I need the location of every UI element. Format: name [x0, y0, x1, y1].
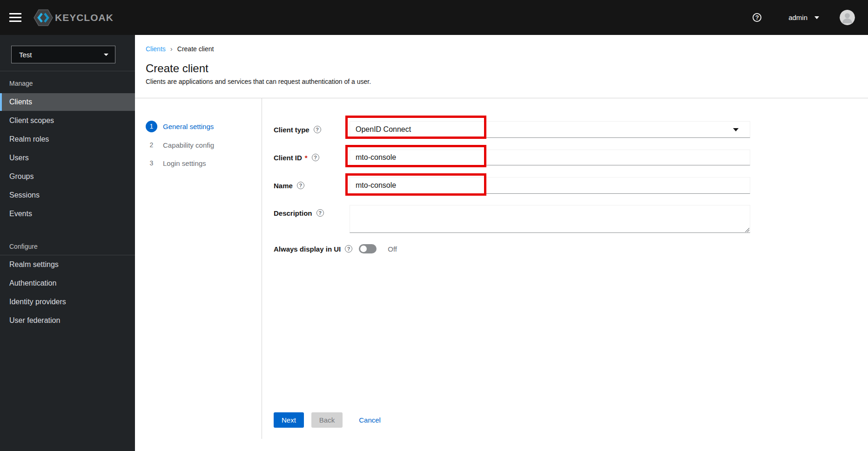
- description-label: Description: [274, 209, 312, 217]
- header-divider: [135, 98, 868, 98]
- realm-selector[interactable]: Test: [11, 46, 115, 63]
- toggle-state-label: Off: [388, 245, 397, 253]
- wizard-step-number: 1: [146, 121, 157, 132]
- chevron-down-icon: [104, 54, 108, 56]
- keycloak-hexagon-icon: [34, 9, 53, 27]
- sidebar-item-realm-settings[interactable]: Realm settings: [0, 256, 135, 273]
- page-subtitle: Clients are applications and services th…: [146, 78, 371, 85]
- wizard-vertical-divider: [262, 98, 262, 439]
- always-display-label: Always display in UI: [274, 245, 341, 253]
- sidebar-divider: [0, 255, 135, 255]
- sidebar-item-realm-roles[interactable]: Realm roles: [0, 130, 135, 148]
- wizard-step-label[interactable]: General settings: [163, 123, 214, 130]
- keycloak-logo: KEYCLOAK: [34, 9, 114, 27]
- always-display-row: Always display in UI ? Off: [274, 244, 397, 253]
- page-title: Create client: [146, 62, 209, 75]
- question-circle-icon[interactable]: ?: [312, 154, 319, 161]
- wizard-step-number: 3: [146, 157, 157, 169]
- back-button[interactable]: Back: [311, 412, 343, 428]
- client-type-value: OpenID Connect: [356, 125, 411, 134]
- resize-handle[interactable]: [745, 227, 749, 232]
- name-input[interactable]: [350, 177, 750, 194]
- breadcrumb-current: Create client: [177, 45, 214, 53]
- sidebar-item-clients[interactable]: Clients: [0, 93, 135, 111]
- help-icon[interactable]: ?: [753, 13, 761, 22]
- sidebar-item-users[interactable]: Users: [0, 149, 135, 167]
- avatar[interactable]: [840, 10, 855, 25]
- question-circle-icon[interactable]: ?: [316, 209, 324, 217]
- description-label-row: Description ?: [274, 208, 324, 218]
- client-type-select[interactable]: OpenID Connect: [350, 121, 750, 138]
- nav-section-configure: Configure: [9, 242, 38, 251]
- sidebar: Test Manage Clients Client scopes Realm …: [0, 35, 135, 451]
- hamburger-menu-icon[interactable]: [9, 11, 21, 24]
- wizard-step-label[interactable]: Login settings: [163, 159, 206, 167]
- wizard-step-general-settings[interactable]: 1 General settings: [146, 121, 214, 132]
- client-id-input[interactable]: [350, 150, 750, 165]
- breadcrumb-separator-icon: ›: [170, 45, 173, 53]
- masthead: KEYCLOAK ? admin: [0, 0, 868, 35]
- cancel-button[interactable]: Cancel: [359, 416, 381, 424]
- user-menu[interactable]: admin: [788, 14, 819, 21]
- breadcrumb-link-clients[interactable]: Clients: [146, 45, 166, 53]
- sidebar-item-user-federation[interactable]: User federation: [0, 312, 135, 329]
- sidebar-item-groups[interactable]: Groups: [0, 168, 135, 185]
- username-label: admin: [788, 14, 807, 21]
- description-textarea[interactable]: [350, 205, 750, 233]
- sidebar-item-events[interactable]: Events: [0, 205, 135, 223]
- client-type-label: Client type: [274, 126, 310, 134]
- breadcrumb: Clients › Create client: [146, 45, 214, 53]
- wizard-step-number: 2: [146, 139, 157, 151]
- realm-name: Test: [19, 51, 32, 59]
- sidebar-item-sessions[interactable]: Sessions: [0, 186, 135, 204]
- sidebar-item-client-scopes[interactable]: Client scopes: [0, 112, 135, 130]
- wizard-footer: Next Back Cancel: [274, 412, 381, 428]
- client-type-label-row: Client type ?: [274, 125, 321, 134]
- wizard-step-login-settings[interactable]: 3 Login settings: [146, 157, 206, 169]
- wizard-step-capability-config[interactable]: 2 Capability config: [146, 139, 214, 151]
- question-circle-icon[interactable]: ?: [314, 126, 321, 133]
- wizard-step-label[interactable]: Capability config: [163, 141, 214, 149]
- chevron-down-icon: [733, 128, 739, 131]
- sidebar-divider: [0, 71, 135, 71]
- chevron-down-icon: [814, 16, 819, 19]
- always-display-toggle[interactable]: [359, 244, 377, 253]
- question-circle-icon[interactable]: ?: [297, 182, 304, 189]
- name-label: Name: [274, 182, 293, 190]
- question-circle-icon[interactable]: ?: [345, 245, 352, 253]
- brand-text: KEYCLOAK: [55, 12, 114, 23]
- next-button[interactable]: Next: [274, 412, 304, 428]
- client-id-label-row: Client ID * ?: [274, 153, 319, 162]
- name-label-row: Name ?: [274, 181, 304, 190]
- sidebar-item-authentication[interactable]: Authentication: [0, 274, 135, 292]
- nav-section-manage: Manage: [9, 79, 33, 88]
- required-asterisk: *: [305, 154, 308, 162]
- sidebar-item-identity-providers[interactable]: Identity providers: [0, 293, 135, 311]
- client-id-label: Client ID: [274, 154, 302, 162]
